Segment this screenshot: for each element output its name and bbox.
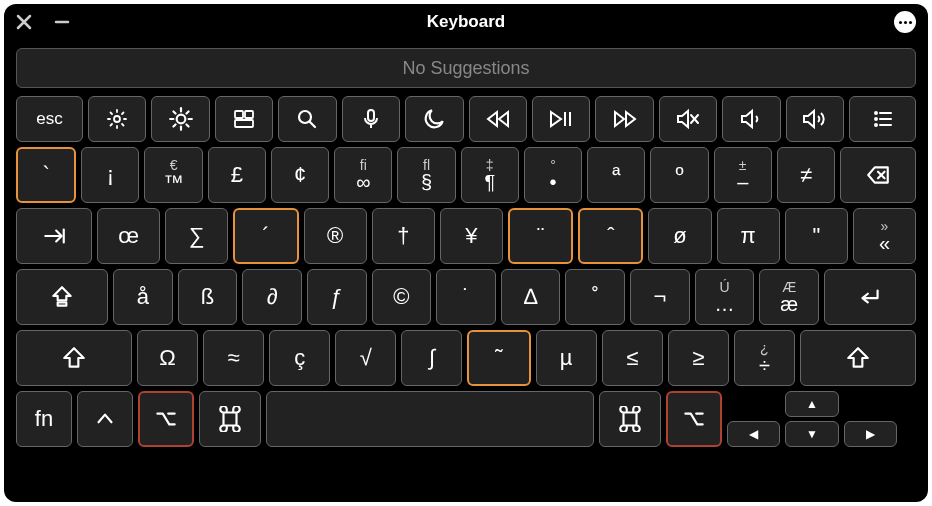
key-registered[interactable]: ® xyxy=(304,208,367,264)
key-command-left[interactable] xyxy=(199,391,261,447)
key-shift-left[interactable] xyxy=(16,330,132,386)
key-pilcrow[interactable]: ‡¶ xyxy=(461,147,519,203)
key-euro-tm[interactable]: €™ xyxy=(144,147,202,203)
mission-control-icon[interactable] xyxy=(215,96,273,142)
key-section[interactable]: fl§ xyxy=(397,147,455,203)
key-radical[interactable]: √ xyxy=(335,330,396,386)
key-f-hook[interactable]: ƒ xyxy=(307,269,367,325)
key-acute[interactable]: ´ xyxy=(233,208,298,264)
key-option-left[interactable] xyxy=(138,391,194,447)
row-1: `¡€™£¢fi∞fl§‡¶°•ªº±–≠ xyxy=(16,147,916,203)
volume-up-icon[interactable] xyxy=(786,96,844,142)
key-bullet[interactable]: °• xyxy=(524,147,582,203)
key-dagger[interactable]: † xyxy=(372,208,435,264)
keyboard-window: Keyboard No Suggestions esc `¡€™£¢fi∞fl§… xyxy=(4,4,928,502)
key-gte[interactable]: ≥ xyxy=(668,330,729,386)
svg-rect-20 xyxy=(235,120,253,127)
function-row: esc xyxy=(16,96,916,142)
key-ring[interactable]: ˚ xyxy=(565,269,625,325)
svg-line-8 xyxy=(122,113,124,115)
close-icon[interactable] xyxy=(16,14,32,30)
dictation-icon[interactable] xyxy=(342,96,400,142)
svg-rect-23 xyxy=(368,110,374,121)
minimize-icon[interactable] xyxy=(54,14,70,30)
key-control[interactable] xyxy=(77,391,133,447)
key-dot-above[interactable]: ˙ xyxy=(436,269,496,325)
svg-line-17 xyxy=(186,111,188,113)
key-ordinal-o[interactable]: º xyxy=(650,147,708,203)
key-space[interactable] xyxy=(266,391,594,447)
svg-point-0 xyxy=(114,116,120,122)
key-integral[interactable]: ∫ xyxy=(401,330,462,386)
list-icon[interactable] xyxy=(849,96,916,142)
key-infinity[interactable]: fi∞ xyxy=(334,147,392,203)
brightness-up-icon[interactable] xyxy=(151,96,209,142)
more-icon[interactable] xyxy=(894,11,916,33)
key-omega[interactable]: Ω xyxy=(137,330,198,386)
key-fn-key[interactable]: fn xyxy=(16,391,72,447)
svg-line-7 xyxy=(111,124,113,126)
arrow-right[interactable]: ▶ xyxy=(844,421,897,447)
key-circumflex[interactable]: ˆ xyxy=(578,208,643,264)
playpause-icon[interactable] xyxy=(532,96,590,142)
svg-rect-18 xyxy=(235,111,243,118)
key-command-right[interactable] xyxy=(599,391,661,447)
key-shift-right[interactable] xyxy=(800,330,916,386)
arrow-left[interactable]: ◀ xyxy=(727,421,780,447)
key-laquo[interactable]: »« xyxy=(853,208,916,264)
dnd-icon[interactable] xyxy=(405,96,463,142)
keyboard-area: esc `¡€™£¢fi∞fl§‡¶°•ªº±–≠ œ∑´®†¥¨ˆøπ"»« … xyxy=(4,92,928,502)
key-lte[interactable]: ≤ xyxy=(602,330,663,386)
key-ldquo[interactable]: " xyxy=(785,208,848,264)
key-sigma[interactable]: ∑ xyxy=(165,208,228,264)
key-capslock[interactable] xyxy=(16,269,108,325)
key-tilde[interactable]: ˜ xyxy=(467,330,530,386)
esc-key[interactable]: esc xyxy=(16,96,83,142)
key-aring[interactable]: å xyxy=(113,269,173,325)
key-ellipsis[interactable]: Ú… xyxy=(695,269,755,325)
mute-icon[interactable] xyxy=(659,96,717,142)
svg-line-6 xyxy=(122,124,124,126)
key-mu[interactable]: µ xyxy=(536,330,597,386)
row-2: œ∑´®†¥¨ˆøπ"»« xyxy=(16,208,916,264)
forward-icon[interactable] xyxy=(595,96,653,142)
key-partial[interactable]: ∂ xyxy=(242,269,302,325)
svg-rect-19 xyxy=(245,111,253,118)
key-ae[interactable]: Ææ xyxy=(759,269,819,325)
key-oslash[interactable]: ø xyxy=(648,208,711,264)
arrow-down[interactable]: ▼ xyxy=(785,421,838,447)
key-pi[interactable]: π xyxy=(717,208,780,264)
key-option-right[interactable] xyxy=(666,391,722,447)
brightness-down-icon[interactable] xyxy=(88,96,146,142)
key-copyright[interactable]: © xyxy=(372,269,432,325)
key-inverted-excl[interactable]: ¡ xyxy=(81,147,139,203)
key-sharp-s[interactable]: ß xyxy=(178,269,238,325)
key-cent[interactable]: ¢ xyxy=(271,147,329,203)
key-tab[interactable] xyxy=(16,208,92,264)
key-ordinal-a[interactable]: ª xyxy=(587,147,645,203)
key-approx[interactable]: ≈ xyxy=(203,330,264,386)
volume-down-icon[interactable] xyxy=(722,96,780,142)
key-yen[interactable]: ¥ xyxy=(440,208,503,264)
key-diaeresis[interactable]: ¨ xyxy=(508,208,573,264)
key-cedilla[interactable]: ç xyxy=(269,330,330,386)
svg-line-5 xyxy=(111,113,113,115)
arrow-up[interactable]: ▲ xyxy=(785,391,840,417)
key-delta[interactable]: ∆ xyxy=(501,269,561,325)
svg-line-15 xyxy=(186,124,188,126)
svg-line-16 xyxy=(173,124,175,126)
key-not[interactable]: ¬ xyxy=(630,269,690,325)
key-pound[interactable]: £ xyxy=(208,147,266,203)
key-oe[interactable]: œ xyxy=(97,208,160,264)
key-backtick[interactable]: ` xyxy=(16,147,76,203)
key-backspace[interactable] xyxy=(840,147,916,203)
spotlight-icon[interactable] xyxy=(278,96,336,142)
key-divide[interactable]: ¿÷ xyxy=(734,330,795,386)
key-return[interactable] xyxy=(824,269,916,325)
svg-rect-39 xyxy=(58,302,67,305)
rewind-icon[interactable] xyxy=(469,96,527,142)
titlebar: Keyboard xyxy=(4,4,928,40)
key-endash[interactable]: ±– xyxy=(714,147,772,203)
svg-point-33 xyxy=(875,124,877,126)
key-neq[interactable]: ≠ xyxy=(777,147,835,203)
